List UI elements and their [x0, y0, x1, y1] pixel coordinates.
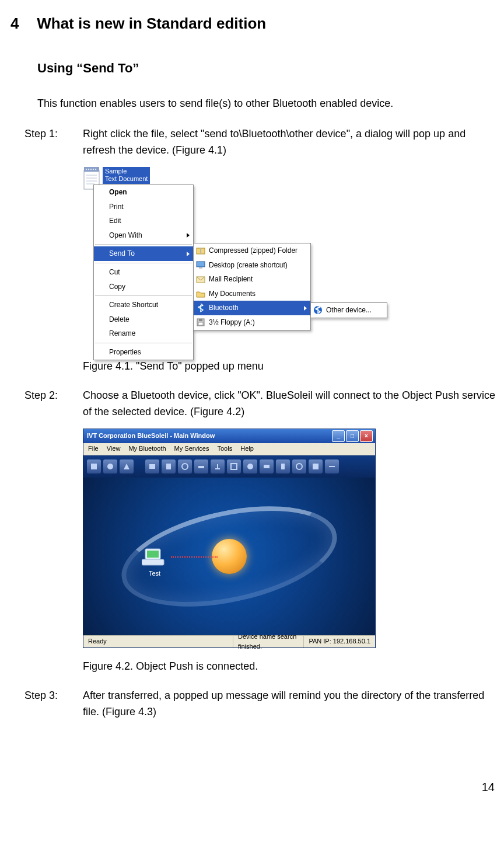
toolbar-icon[interactable] [309, 459, 323, 473]
svg-rect-14 [199, 267, 202, 269]
toolbar-icon[interactable] [325, 459, 339, 473]
step-1-label: Step 1: [24, 126, 83, 159]
svg-rect-18 [199, 319, 202, 321]
status-center: Device name search finished. [233, 636, 304, 647]
close-button[interactable]: × [360, 430, 373, 442]
svg-rect-27 [231, 464, 237, 469]
connection-line-icon [171, 556, 218, 558]
toolbar-icon[interactable] [120, 459, 134, 473]
svg-point-28 [247, 464, 253, 469]
maximize-button[interactable]: □ [346, 430, 359, 442]
svg-rect-29 [264, 465, 270, 468]
menu-separator [95, 263, 192, 263]
menu-file[interactable]: File [88, 444, 99, 454]
window-statusbar: Ready Device name search finished. PAN I… [83, 635, 375, 647]
menu-view[interactable]: View [107, 444, 121, 454]
menu-print[interactable]: Print [94, 200, 193, 214]
window-titlebar: IVT Corporation BlueSoleil - Main Window… [83, 429, 375, 443]
figure-4-1-caption: Figure 4.1. "Send To" popped up menu [83, 358, 498, 375]
toolbar-icon[interactable] [260, 459, 274, 473]
toolbar-icon[interactable] [103, 459, 117, 473]
window-toolbar [83, 455, 375, 478]
toolbar-icon[interactable] [162, 459, 176, 473]
step-3-text: After transferred, a popped up message w… [83, 688, 498, 720]
section-heading: 4 What is new in Standard edition [10, 12, 498, 35]
svg-rect-24 [166, 464, 171, 469]
figure-4-2: IVT Corporation BlueSoleil - Main Window… [83, 429, 376, 648]
svg-point-22 [107, 464, 113, 469]
sendto-floppy[interactable]: 3½ Floppy (A:) [194, 315, 310, 330]
toolbar-icon[interactable] [276, 459, 290, 473]
mail-icon [196, 275, 205, 284]
intro-paragraph: This function enables users to send file… [37, 96, 498, 112]
sendto-zip[interactable]: Compressed (zipped) Folder [194, 243, 310, 258]
toolbar-icon[interactable] [227, 459, 241, 473]
subsection-heading: Using “Send To” [37, 58, 498, 78]
menu-properties[interactable]: Properties [94, 345, 193, 360]
sendto-bluetooth[interactable]: Bluetooth [194, 301, 310, 315]
svg-rect-13 [197, 262, 205, 267]
svg-rect-35 [142, 559, 164, 565]
zip-folder-icon [196, 246, 205, 255]
figure-4-2-caption: Figure 4.2. Object Push is connected. [83, 659, 498, 675]
bt-other-device[interactable]: Other device... [311, 303, 387, 318]
menu-send-to[interactable]: Send To [94, 246, 193, 261]
toolbar-icon[interactable] [243, 459, 257, 473]
svg-point-4 [90, 169, 92, 170]
chevron-right-icon [187, 252, 190, 256]
status-left: Ready [83, 636, 233, 647]
menu-separator [95, 343, 192, 343]
toolbar-icon[interactable] [292, 459, 306, 473]
svg-point-3 [88, 169, 89, 170]
menu-delete[interactable]: Delete [94, 312, 193, 327]
menu-myservices[interactable]: My Services [174, 444, 209, 454]
page-number: 14 [10, 778, 498, 796]
sendto-mydocs[interactable]: My Documents [194, 287, 310, 301]
menu-edit[interactable]: Edit [94, 214, 193, 228]
bluesoleil-canvas: Test [83, 478, 375, 635]
toolbar-icon[interactable] [145, 459, 159, 473]
menu-open[interactable]: Open [94, 185, 193, 200]
menu-mybluetooth[interactable]: My Bluetooth [128, 444, 166, 454]
menu-separator [95, 244, 192, 245]
svg-point-5 [93, 169, 94, 170]
svg-rect-30 [281, 464, 285, 469]
menu-tools[interactable]: Tools [218, 444, 233, 454]
chevron-right-icon [304, 306, 307, 311]
step-3: Step 3: After transferred, a popped up m… [24, 688, 498, 720]
svg-rect-34 [147, 551, 159, 558]
menu-create-shortcut[interactable]: Create Shortcut [94, 298, 193, 312]
step-3-label: Step 3: [24, 688, 83, 720]
toolbar-icon[interactable] [178, 459, 192, 473]
desktop-icon [196, 260, 205, 270]
section-title: What is new in Standard edition [37, 15, 266, 32]
status-right: PAN IP: 192.168.50.1 [304, 636, 375, 647]
sendto-mail[interactable]: Mail Recipient [194, 272, 310, 287]
svg-rect-32 [313, 464, 318, 469]
file-label: Sample Text Document [103, 167, 150, 184]
figure-4-1: Sample Text Document Open Print Edit Ope… [83, 167, 427, 348]
toolbar-icon[interactable] [194, 459, 208, 473]
menu-open-with[interactable]: Open With [94, 228, 193, 243]
menu-help[interactable]: Help [240, 444, 254, 454]
step-1-text: Right click the file, select "send to\Bl… [83, 126, 498, 159]
svg-rect-19 [198, 322, 203, 325]
sendto-submenu: Compressed (zipped) Folder Desktop (crea… [193, 243, 311, 330]
bluetooth-submenu: Other device... [310, 302, 387, 318]
svg-rect-12 [200, 248, 201, 254]
menu-separator [95, 295, 192, 296]
sendto-desktop[interactable]: Desktop (create shortcut) [194, 258, 310, 273]
minimize-button[interactable]: _ [332, 430, 345, 442]
svg-point-6 [95, 169, 96, 170]
remote-device[interactable]: Test [142, 546, 167, 579]
menu-copy[interactable]: Copy [94, 280, 193, 294]
menu-rename[interactable]: Rename [94, 326, 193, 341]
toolbar-icon[interactable] [87, 459, 101, 473]
step-1: Step 1: Right click the file, select "se… [24, 126, 498, 159]
context-menu: Open Print Edit Open With Send To Cut Co… [93, 184, 194, 360]
menu-cut[interactable]: Cut [94, 265, 193, 280]
toolbar-icon[interactable] [211, 459, 225, 473]
svg-rect-23 [149, 464, 155, 469]
window-title: IVT Corporation BlueSoleil - Main Window [87, 431, 215, 441]
section-number: 4 [10, 12, 33, 35]
